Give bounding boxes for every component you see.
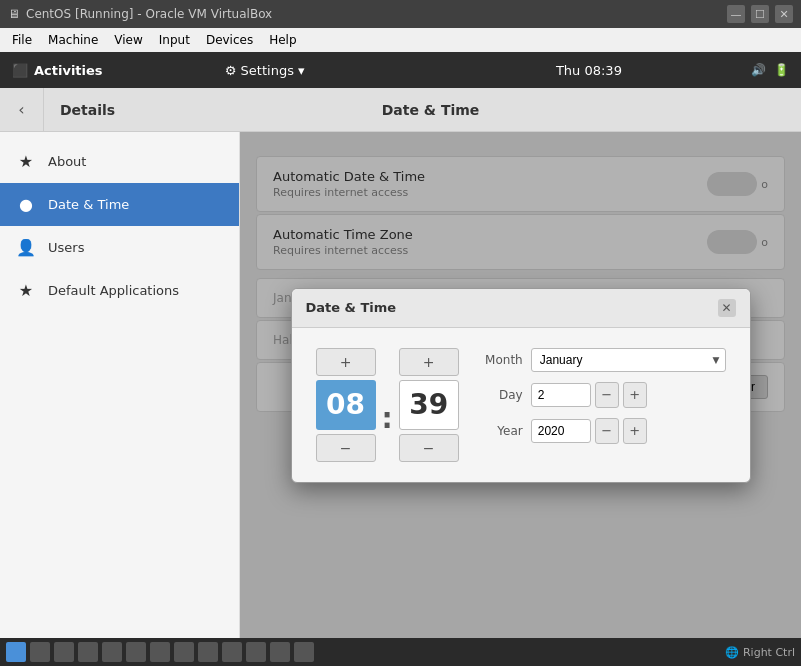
sidebar-item-label-default-apps: Default Applications	[48, 283, 179, 298]
taskbar-icon-12[interactable]	[270, 642, 290, 662]
topbar-datetime: Thu 08:39	[556, 63, 622, 78]
default-apps-icon: ★	[16, 281, 36, 300]
year-input[interactable]	[531, 419, 591, 443]
taskbar-icon-11[interactable]	[246, 642, 266, 662]
activities-button[interactable]: ⬛ Activities	[12, 63, 103, 78]
app-body: ★ About ● Date & Time 👤 Users ★ Default …	[0, 132, 801, 638]
minute-up-button[interactable]: +	[399, 348, 459, 376]
close-button[interactable]: ✕	[775, 5, 793, 23]
day-input[interactable]	[531, 383, 591, 407]
menubar: File Machine View Input Devices Help	[0, 28, 801, 52]
taskbar-right: 🌐 Right Ctrl	[725, 646, 795, 659]
taskbar-icon-10[interactable]	[222, 642, 242, 662]
time-picker: + 08 − : + 39 −	[316, 348, 459, 462]
hour-value: 08	[316, 380, 376, 430]
menu-help[interactable]: Help	[261, 31, 304, 49]
hour-spinbox: + 08 −	[316, 348, 376, 462]
title-icon: 🖥	[8, 7, 20, 21]
dialog-close-button[interactable]: ✕	[718, 299, 736, 317]
dialog-overlay: Date & Time ✕ + 08 −	[240, 132, 801, 638]
taskbar-icon-2[interactable]	[30, 642, 50, 662]
day-label: Day	[483, 388, 523, 402]
year-spinbox: − +	[531, 418, 647, 444]
content-area: Automatic Date & Time Requires internet …	[240, 132, 801, 638]
battery-icon[interactable]: 🔋	[774, 63, 789, 77]
back-button[interactable]: ‹	[0, 88, 44, 132]
sidebar-item-date-time[interactable]: ● Date & Time	[0, 183, 239, 226]
sidebar-item-about[interactable]: ★ About	[0, 140, 239, 183]
sidebar-item-label-date-time: Date & Time	[48, 197, 129, 212]
titlebar: 🖥 CentOS [Running] - Oracle VM VirtualBo…	[0, 0, 801, 28]
month-row: Month January February March April May J…	[483, 348, 726, 372]
taskbar-icon-1[interactable]	[6, 642, 26, 662]
minimize-button[interactable]: —	[727, 5, 745, 23]
taskbar-icon-13[interactable]	[294, 642, 314, 662]
minute-value: 39	[399, 380, 459, 430]
taskbar: 🌐 Right Ctrl	[0, 638, 801, 666]
activities-icon: ⬛	[12, 63, 28, 78]
dialog-title: Date & Time	[306, 300, 397, 315]
network-icon: 🌐	[725, 646, 739, 659]
menu-input[interactable]: Input	[151, 31, 198, 49]
menu-machine[interactable]: Machine	[40, 31, 106, 49]
sidebar: ★ About ● Date & Time 👤 Users ★ Default …	[0, 132, 240, 638]
volume-icon[interactable]: 🔊	[751, 63, 766, 77]
activities-label: Activities	[34, 63, 103, 78]
sidebar-item-label-about: About	[48, 154, 86, 169]
year-minus-button[interactable]: −	[595, 418, 619, 444]
about-icon: ★	[16, 152, 36, 171]
page-title: Date & Time	[245, 102, 616, 118]
right-ctrl-label: Right Ctrl	[743, 646, 795, 659]
time-colon: :	[382, 402, 393, 435]
hour-down-button[interactable]: −	[316, 434, 376, 462]
taskbar-icon-7[interactable]	[150, 642, 170, 662]
taskbar-icon-4[interactable]	[78, 642, 98, 662]
day-spinbox: − +	[531, 382, 647, 408]
year-label: Year	[483, 424, 523, 438]
taskbar-icon-3[interactable]	[54, 642, 74, 662]
taskbar-icon-9[interactable]	[198, 642, 218, 662]
app-header: ‹ Details Date & Time	[0, 88, 801, 132]
window-title: CentOS [Running] - Oracle VM VirtualBox	[26, 7, 727, 21]
month-select-wrapper[interactable]: January February March April May June Ju…	[531, 348, 726, 372]
month-select[interactable]: January February March April May June Ju…	[531, 348, 726, 372]
menu-devices[interactable]: Devices	[198, 31, 261, 49]
settings-label: ⚙ Settings ▾	[225, 63, 305, 78]
back-icon: ‹	[18, 100, 24, 119]
year-plus-button[interactable]: +	[623, 418, 647, 444]
date-picker: Month January February March April May J…	[483, 348, 726, 444]
maximize-button[interactable]: ☐	[751, 5, 769, 23]
sidebar-item-label-users: Users	[48, 240, 84, 255]
gnome-topbar: ⬛ Activities ⚙ Settings ▾ Thu 08:39 🔊 🔋	[0, 52, 801, 88]
minute-down-button[interactable]: −	[399, 434, 459, 462]
app-area: ‹ Details Date & Time ★ About ● Date & T…	[0, 88, 801, 638]
taskbar-left	[6, 642, 314, 662]
users-icon: 👤	[16, 238, 36, 257]
menu-file[interactable]: File	[4, 31, 40, 49]
dialog-header: Date & Time ✕	[292, 289, 750, 328]
month-label: Month	[483, 353, 523, 367]
taskbar-icon-5[interactable]	[102, 642, 122, 662]
date-time-icon: ●	[16, 195, 36, 214]
date-time-dialog: Date & Time ✕ + 08 −	[291, 288, 751, 483]
taskbar-icon-8[interactable]	[174, 642, 194, 662]
taskbar-icon-6[interactable]	[126, 642, 146, 662]
sidebar-item-users[interactable]: 👤 Users	[0, 226, 239, 269]
day-plus-button[interactable]: +	[623, 382, 647, 408]
topbar-settings[interactable]: ⚙ Settings ▾	[103, 63, 427, 78]
day-row: Day − +	[483, 382, 726, 408]
menu-view[interactable]: View	[106, 31, 150, 49]
section-title: Details	[44, 102, 245, 118]
sidebar-item-default-apps[interactable]: ★ Default Applications	[0, 269, 239, 312]
year-row: Year − +	[483, 418, 726, 444]
day-minus-button[interactable]: −	[595, 382, 619, 408]
minute-spinbox: + 39 −	[399, 348, 459, 462]
dialog-body: + 08 − : + 39 −	[292, 328, 750, 482]
hour-up-button[interactable]: +	[316, 348, 376, 376]
